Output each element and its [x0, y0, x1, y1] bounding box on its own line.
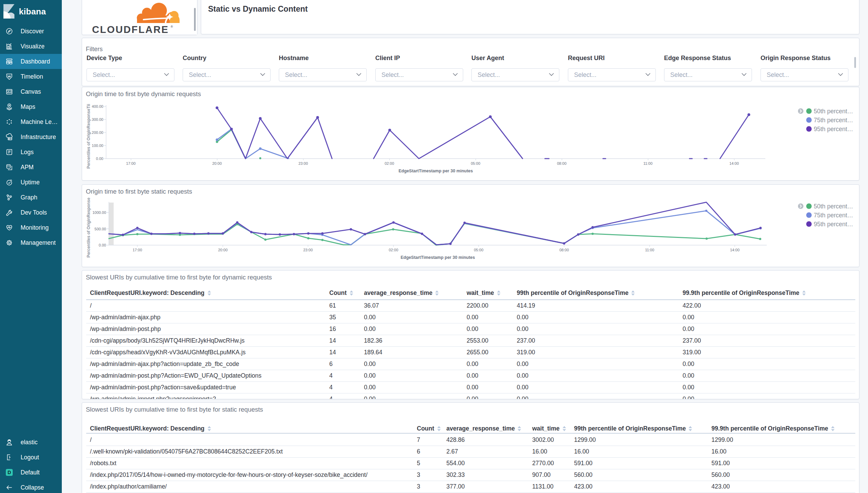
svg-text:14:00: 14:00 — [729, 161, 739, 165]
svg-text:75th percent…: 75th percent… — [814, 212, 853, 219]
svg-text:20:00: 20:00 — [212, 161, 222, 165]
svg-text:Percentiles of OriginResponseT: Percentiles of OriginResponseTii — [86, 104, 91, 169]
svg-text:400.00: 400.00 — [92, 104, 103, 108]
svg-text:20:00: 20:00 — [218, 248, 228, 252]
svg-text:05:00: 05:00 — [474, 248, 483, 252]
svg-text:02:00: 02:00 — [385, 161, 394, 165]
svg-text:11:00: 11:00 — [643, 161, 653, 165]
svg-text:Percentiles of OriginResponse: Percentiles of OriginResponse — [86, 197, 91, 257]
svg-text:14:00: 14:00 — [730, 248, 740, 252]
svg-text:75th percent…: 75th percent… — [814, 117, 853, 124]
svg-text:50th percent…: 50th percent… — [814, 108, 853, 115]
svg-text:300.00: 300.00 — [92, 117, 103, 122]
svg-text:500.00: 500.00 — [94, 227, 106, 231]
svg-text:02:00: 02:00 — [389, 248, 398, 252]
svg-text:95th percent…: 95th percent… — [814, 126, 853, 133]
svg-text:100.00: 100.00 — [92, 144, 103, 148]
svg-text:1000.00: 1000.00 — [92, 210, 106, 215]
svg-text:05:00: 05:00 — [471, 161, 480, 165]
svg-text:200.00: 200.00 — [92, 130, 103, 135]
svg-text:23:00: 23:00 — [298, 161, 308, 165]
svg-text:0.00: 0.00 — [99, 243, 106, 247]
svg-text:®: ® — [171, 25, 173, 28]
svg-text:0.00: 0.00 — [96, 157, 103, 161]
svg-text:08:00: 08:00 — [557, 161, 567, 165]
svg-text:17:00: 17:00 — [126, 161, 136, 165]
svg-text:CLOUDFLARE: CLOUDFLARE — [92, 24, 169, 35]
svg-text:D: D — [8, 470, 11, 475]
svg-text:50th percent…: 50th percent… — [814, 203, 853, 210]
svg-text:EdgeStartTimestamp per 30 minu: EdgeStartTimestamp per 30 minutes — [401, 255, 475, 260]
svg-text:23:00: 23:00 — [303, 248, 313, 252]
svg-text:17:00: 17:00 — [133, 248, 142, 252]
svg-text:11:00: 11:00 — [645, 248, 654, 252]
svg-text:08:00: 08:00 — [559, 248, 569, 252]
svg-text:95th percent…: 95th percent… — [814, 221, 853, 228]
svg-text:EdgeStartTimestamp per 30 minu: EdgeStartTimestamp per 30 minutes — [399, 169, 473, 173]
